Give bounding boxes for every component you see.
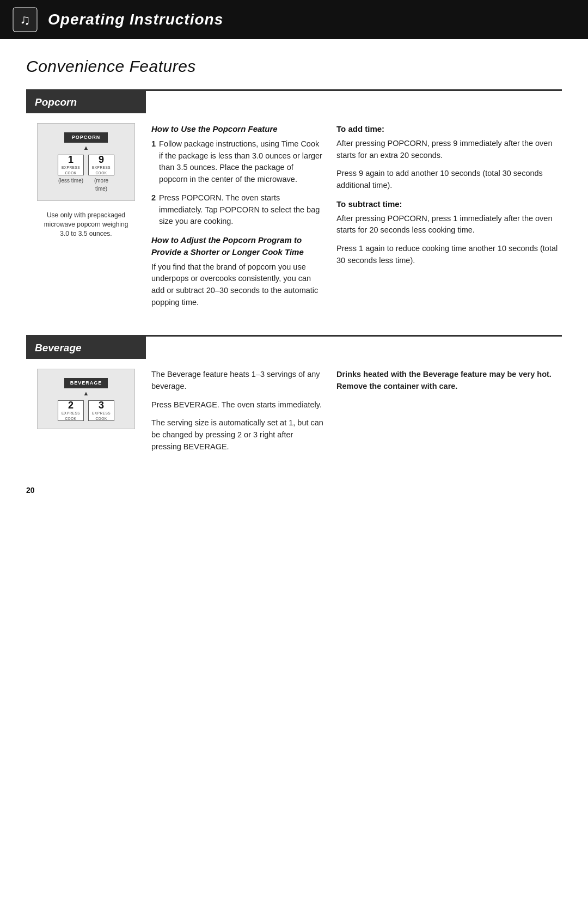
popcorn-arrow-icon: ▲	[83, 144, 89, 152]
popcorn-btn-1: 1 EXPRESS COOK	[58, 155, 84, 175]
beverage-button-row: 2 EXPRESS COOK 3 EXPRESS COOK	[58, 400, 114, 421]
beverage-btn-2-sublabel: EXPRESS COOK	[58, 411, 83, 421]
popcorn-btn-9-sublabel: EXPRESS COOK	[89, 165, 114, 175]
popcorn-diagram-note: Use only with prepackaged microwave popc…	[40, 211, 132, 238]
popcorn-step-1-num: 1	[151, 138, 156, 186]
popcorn-step-2: 2 Press POPCORN. The oven starts immedia…	[151, 192, 323, 228]
popcorn-step-1-text: Follow package instructions, using Time …	[159, 138, 323, 186]
popcorn-heading-1: How to Use the Popcorn Feature	[151, 123, 323, 135]
beverage-right-col: Drinks heated with the Beverage feature …	[336, 369, 562, 460]
popcorn-diagram-box: POPCORN ▲ 1 EXPRESS COOK 9 EXPRESS COOK	[37, 123, 135, 201]
popcorn-step-2-text: Press POPCORN. The oven starts immediate…	[159, 192, 323, 228]
popcorn-middle-col: How to Use the Popcorn Feature 1 Follow …	[151, 123, 336, 315]
popcorn-btn-1-sublabel: EXPRESS COOK	[58, 165, 83, 175]
popcorn-button-row: 1 EXPRESS COOK 9 EXPRESS COOK	[58, 155, 114, 175]
beverage-section: Beverage BEVERAGE ▲ 2 EXPRESS COOK 3 EXP…	[26, 335, 562, 460]
popcorn-time-labels: (less time) (more time)	[58, 177, 114, 193]
page-content: Convenience Features Popcorn POPCORN ▲ 1…	[0, 39, 588, 517]
svg-text:♫: ♫	[20, 11, 30, 28]
beverage-button-label: BEVERAGE	[64, 378, 108, 388]
beverage-para-3: The serving size is automatically set at…	[151, 417, 323, 453]
page-number: 20	[26, 479, 562, 496]
popcorn-right-col: To add time: After pressing POPCORN, pre…	[336, 123, 562, 315]
popcorn-more-time-label: (more time)	[88, 177, 114, 193]
popcorn-diagram-col: POPCORN ▲ 1 EXPRESS COOK 9 EXPRESS COOK	[26, 123, 151, 315]
beverage-btn-3-sublabel: EXPRESS COOK	[89, 411, 114, 421]
popcorn-section: Popcorn POPCORN ▲ 1 EXPRESS COOK 9 EXPRE…	[26, 89, 562, 315]
popcorn-section-body: POPCORN ▲ 1 EXPRESS COOK 9 EXPRESS COOK	[26, 113, 562, 315]
popcorn-add-time-para1: After pressing POPCORN, press 9 immediat…	[336, 138, 562, 162]
popcorn-btn-1-number: 1	[68, 155, 74, 164]
popcorn-subtract-time-para1: After pressing POPCORN, press 1 immediat…	[336, 213, 562, 237]
popcorn-btn-9: 9 EXPRESS COOK	[88, 155, 114, 175]
popcorn-subtract-time-heading: To subtract time:	[336, 198, 562, 210]
popcorn-step-1: 1 Follow package instructions, using Tim…	[151, 138, 323, 186]
header-title: Operating Instructions	[48, 9, 223, 31]
beverage-para-2: Press BEVERAGE. The oven starts immediat…	[151, 399, 323, 411]
brand-logo-icon: ♫	[11, 5, 39, 34]
beverage-diagram-box: BEVERAGE ▲ 2 EXPRESS COOK 3 EXPRESS COOK	[37, 369, 135, 429]
beverage-btn-3: 3 EXPRESS COOK	[88, 400, 114, 421]
popcorn-less-time-label: (less time)	[58, 177, 84, 193]
beverage-arrow-icon: ▲	[83, 389, 89, 398]
beverage-warning-text: Drinks heated with the Beverage feature …	[336, 369, 562, 393]
beverage-middle-col: The Beverage feature heats 1–3 servings …	[151, 369, 336, 460]
beverage-btn-2: 2 EXPRESS COOK	[58, 400, 84, 421]
section-main-title: Convenience Features	[26, 54, 562, 78]
popcorn-button-label: POPCORN	[64, 132, 108, 143]
beverage-diagram-col: BEVERAGE ▲ 2 EXPRESS COOK 3 EXPRESS COOK	[26, 369, 151, 460]
beverage-section-body: BEVERAGE ▲ 2 EXPRESS COOK 3 EXPRESS COOK	[26, 359, 562, 460]
beverage-para-1: The Beverage feature heats 1–3 servings …	[151, 369, 323, 393]
beverage-section-header: Beverage	[26, 337, 146, 359]
popcorn-subtract-time-para2: Press 1 again to reduce cooking time ano…	[336, 243, 562, 267]
beverage-btn-3-number: 3	[99, 400, 104, 410]
popcorn-btn-9-number: 9	[99, 155, 104, 164]
popcorn-section-header: Popcorn	[26, 91, 146, 114]
popcorn-heading-2: How to Adjust the Popcorn Program to Pro…	[151, 234, 323, 258]
popcorn-adjust-para: If you find that the brand of popcorn yo…	[151, 261, 323, 309]
page-header: ♫ Operating Instructions	[0, 0, 588, 39]
popcorn-add-time-heading: To add time:	[336, 123, 562, 135]
beverage-btn-2-number: 2	[68, 400, 74, 410]
popcorn-step-2-num: 2	[151, 192, 156, 228]
popcorn-add-time-para2: Press 9 again to add another 10 seconds …	[336, 168, 562, 192]
